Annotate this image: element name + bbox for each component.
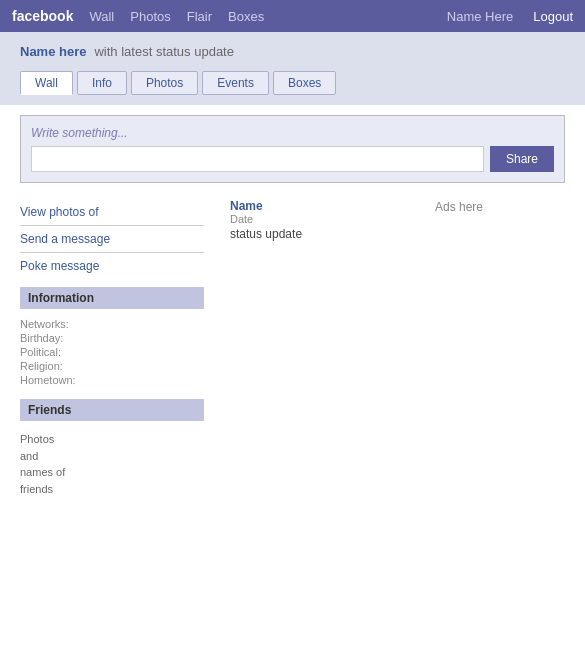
write-row: Share [31, 146, 554, 172]
nav-right: Name Here Logout [447, 9, 573, 24]
logout-link[interactable]: Logout [533, 9, 573, 24]
tab-events[interactable]: Events [202, 71, 269, 95]
feed-text: status update [230, 227, 435, 241]
tab-photos[interactable]: Photos [131, 71, 198, 95]
main-content: Write something... Share View photos of … [0, 105, 585, 513]
write-box: Write something... Share [20, 115, 565, 183]
info-section-header: Information [20, 287, 204, 309]
info-birthday: Birthday: [20, 331, 204, 345]
top-nav: facebook Wall Photos Flair Boxes Name He… [0, 0, 585, 32]
info-networks: Networks: [20, 317, 204, 331]
nav-links: Wall Photos Flair Boxes [89, 9, 446, 24]
tab-info[interactable]: Info [77, 71, 127, 95]
content-columns: View photos of Send a message Poke messa… [20, 199, 565, 503]
feed-item: Name Date status update [230, 199, 435, 241]
feed-meta: Name Date [230, 199, 435, 225]
nav-photos[interactable]: Photos [130, 9, 170, 24]
left-sidebar: View photos of Send a message Poke messa… [20, 199, 220, 503]
write-input[interactable] [31, 146, 484, 172]
poke-label: Poke message [20, 253, 204, 279]
ads-column: Ads here [435, 199, 565, 503]
nav-username: Name Here [447, 9, 513, 24]
nav-wall[interactable]: Wall [89, 9, 114, 24]
friends-section-header: Friends [20, 399, 204, 421]
profile-name: Name here [20, 44, 86, 59]
send-message-link[interactable]: Send a message [20, 226, 204, 253]
feed-column: Name Date status update [220, 199, 435, 503]
info-hometown: Hometown: [20, 373, 204, 387]
view-photos-link[interactable]: View photos of [20, 199, 204, 226]
feed-date: Date [230, 213, 435, 225]
nav-boxes[interactable]: Boxes [228, 9, 264, 24]
share-button[interactable]: Share [490, 146, 554, 172]
brand-logo: facebook [12, 8, 73, 24]
profile-tabs: Wall Info Photos Events Boxes [0, 71, 585, 105]
write-label: Write something... [31, 126, 554, 140]
info-list: Networks: Birthday: Political: Religion:… [20, 313, 204, 391]
feed-name: Name [230, 199, 263, 213]
tab-boxes[interactable]: Boxes [273, 71, 336, 95]
profile-status: with latest status update [94, 44, 233, 59]
info-religion: Religion: [20, 359, 204, 373]
tab-wall[interactable]: Wall [20, 71, 73, 95]
info-political: Political: [20, 345, 204, 359]
profile-header: Name here with latest status update [0, 32, 585, 71]
ads-label: Ads here [435, 200, 483, 214]
friends-content: Photosandnames offriends [20, 425, 204, 503]
nav-flair[interactable]: Flair [187, 9, 212, 24]
